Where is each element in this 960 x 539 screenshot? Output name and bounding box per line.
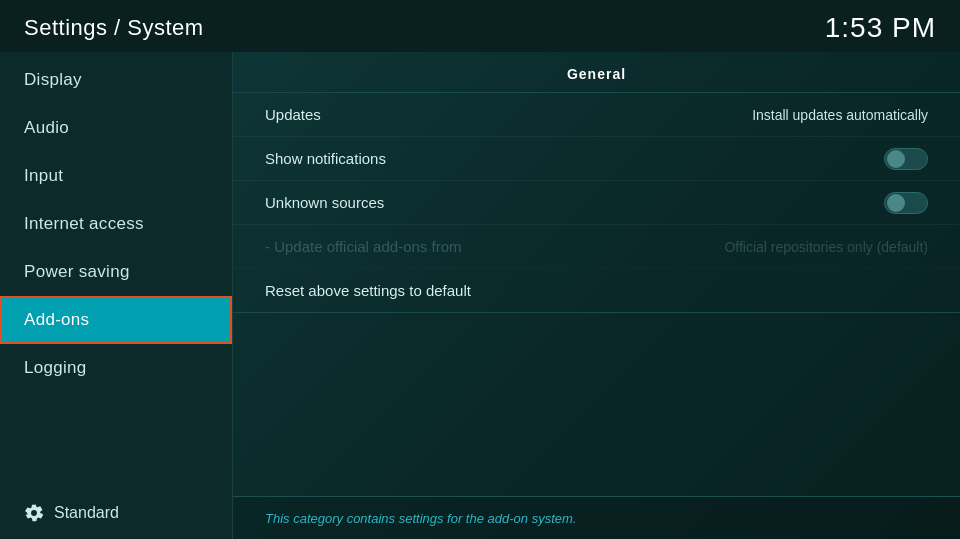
setting-value-update-addons-from: Official repositories only (default) — [724, 239, 928, 255]
setting-row-updates: UpdatesInstall updates automatically — [233, 93, 960, 137]
setting-row-reset-settings[interactable]: Reset above settings to default — [233, 269, 960, 313]
footer-hint: This category contains settings for the … — [265, 511, 576, 526]
sidebar-item-power-saving[interactable]: Power saving — [0, 248, 232, 296]
sidebar-item-display[interactable]: Display — [0, 56, 232, 104]
setting-label-unknown-sources: Unknown sources — [265, 194, 384, 211]
sidebar-item-input[interactable]: Input — [0, 152, 232, 200]
sidebar-standard[interactable]: Standard — [0, 487, 232, 539]
toggle-unknown-sources[interactable] — [884, 192, 928, 214]
setting-row-show-notifications: Show notifications — [233, 137, 960, 181]
standard-label: Standard — [54, 504, 119, 522]
clock: 1:53 PM — [825, 12, 936, 44]
setting-label-updates: Updates — [265, 106, 321, 123]
content-body: General UpdatesInstall updates automatic… — [233, 52, 960, 496]
setting-label-reset-settings: Reset above settings to default — [265, 282, 471, 299]
content-footer: This category contains settings for the … — [233, 496, 960, 539]
sidebar: DisplayAudioInputInternet accessPower sa… — [0, 52, 232, 539]
content-area: General UpdatesInstall updates automatic… — [232, 52, 960, 539]
section-title: General — [233, 52, 960, 93]
sidebar-item-internet-access[interactable]: Internet access — [0, 200, 232, 248]
gear-icon — [24, 503, 44, 523]
sidebar-item-add-ons[interactable]: Add-ons — [0, 296, 232, 344]
page-title: Settings / System — [24, 15, 204, 41]
setting-label-show-notifications: Show notifications — [265, 150, 386, 167]
toggle-show-notifications[interactable] — [884, 148, 928, 170]
setting-row-unknown-sources: Unknown sources — [233, 181, 960, 225]
main-layout: DisplayAudioInputInternet accessPower sa… — [0, 52, 960, 539]
setting-row-update-addons-from: - Update official add-ons fromOfficial r… — [233, 225, 960, 269]
sidebar-item-audio[interactable]: Audio — [0, 104, 232, 152]
setting-value-updates: Install updates automatically — [752, 107, 928, 123]
sidebar-item-logging[interactable]: Logging — [0, 344, 232, 392]
header: Settings / System 1:53 PM — [0, 0, 960, 52]
setting-label-update-addons-from: - Update official add-ons from — [265, 238, 462, 255]
